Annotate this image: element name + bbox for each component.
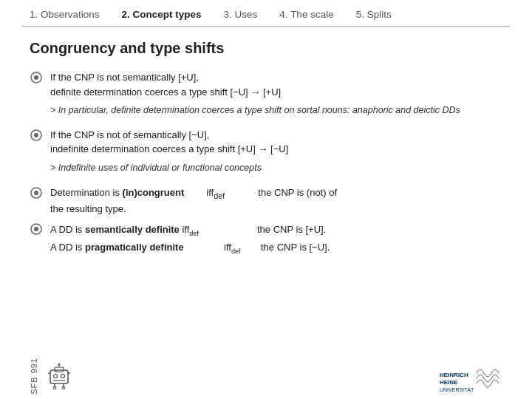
svg-text:HEINE: HEINE: [440, 379, 458, 386]
bullet-section-2: If the CNP is not of semantically [−U], …: [30, 128, 502, 175]
nav-item-concept-types[interactable]: 2. Concept types: [122, 9, 202, 20]
def2-line2-right: the CNP is [−U].: [261, 239, 330, 256]
def2-line1-left: A DD is semantically definite iffdef: [50, 222, 257, 239]
svg-point-3: [34, 133, 38, 137]
def1-line2: the resulting type.: [50, 202, 502, 217]
def1-iffdef: iffdef: [191, 185, 250, 202]
nav-item-splits[interactable]: 5. Splits: [356, 9, 392, 20]
svg-text:DÜSSELDORF: DÜSSELDORF: [440, 394, 470, 395]
def2-line1-right: the CNP is [+U].: [257, 222, 326, 238]
sub-note-1: > In particular, definite determination …: [50, 103, 502, 117]
nav-item-uses[interactable]: 3. Uses: [224, 9, 258, 20]
bullet-section-1: If the CNP is not semantically [+U], def…: [30, 70, 502, 117]
def2-line2-left: A DD is pragmatically definite: [50, 239, 220, 256]
bullet-icon-1: [30, 71, 43, 84]
hhu-logo: HEINRICH HEINE UNIVERSITÄT DÜSSELDORF: [436, 362, 502, 395]
navigation: 1. Observations 2. Concept types 3. Uses…: [0, 0, 532, 26]
bullet-row-2: If the CNP is not of semantically [−U], …: [30, 128, 502, 157]
svg-text:HEINRICH: HEINRICH: [440, 372, 468, 378]
svg-point-5: [34, 191, 38, 195]
svg-rect-8: [50, 370, 68, 383]
robot-icon: [43, 360, 75, 392]
def1-left: Determination is (in)congruent: [50, 185, 184, 201]
svg-text:UNIVERSITÄT: UNIVERSITÄT: [440, 387, 474, 392]
svg-point-7: [34, 227, 38, 231]
svg-point-1: [34, 75, 38, 80]
main-content: Congruency and type shifts If the CNP is…: [0, 27, 532, 269]
nav-item-the-scale[interactable]: 4. The scale: [279, 9, 333, 20]
definition-row-2: A DD is semantically definite iffdef the…: [30, 222, 502, 257]
sub-note-2: > Indefinite uses of individual or funct…: [50, 161, 502, 175]
svg-rect-9: [55, 367, 64, 372]
svg-point-13: [61, 375, 65, 378]
svg-point-11: [58, 364, 61, 366]
nav-item-observations[interactable]: 1. Observations: [30, 9, 100, 20]
page-title: Congruency and type shifts: [30, 40, 502, 57]
definition-row-1: Determination is (in)congruent iffdef th…: [30, 185, 502, 218]
svg-point-12: [54, 375, 58, 378]
def1-right: the CNP is (not) of: [258, 185, 337, 201]
bullet-text-1: If the CNP is not semantically [+U], def…: [50, 70, 281, 99]
bullet-icon-2: [30, 129, 43, 142]
def2-line2-mid: iffdef: [220, 239, 261, 257]
sfb-label: SFB 991: [30, 358, 38, 395]
bullet-text-2: If the CNP is not of semantically [−U], …: [50, 128, 288, 157]
bottom-bar: SFB 991 HEINRICH HEINE UNIVERSITÄT DÜSSE…: [0, 353, 532, 399]
bullet-icon-3: [30, 186, 43, 200]
bullet-row-1: If the CNP is not semantically [+U], def…: [30, 70, 502, 99]
bullet-icon-4: [30, 222, 43, 236]
